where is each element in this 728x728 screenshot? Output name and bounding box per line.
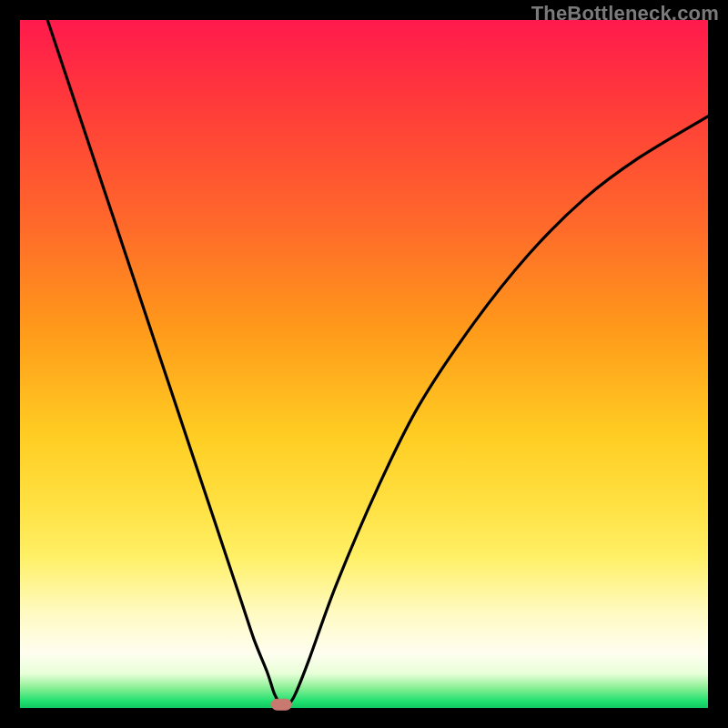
bottleneck-curve-path	[47, 20, 708, 706]
minimum-marker	[271, 699, 291, 710]
watermark-text: TheBottleneck.com	[531, 2, 719, 25]
chart-frame: TheBottleneck.com	[0, 0, 728, 728]
bottleneck-curve-svg	[20, 20, 708, 708]
